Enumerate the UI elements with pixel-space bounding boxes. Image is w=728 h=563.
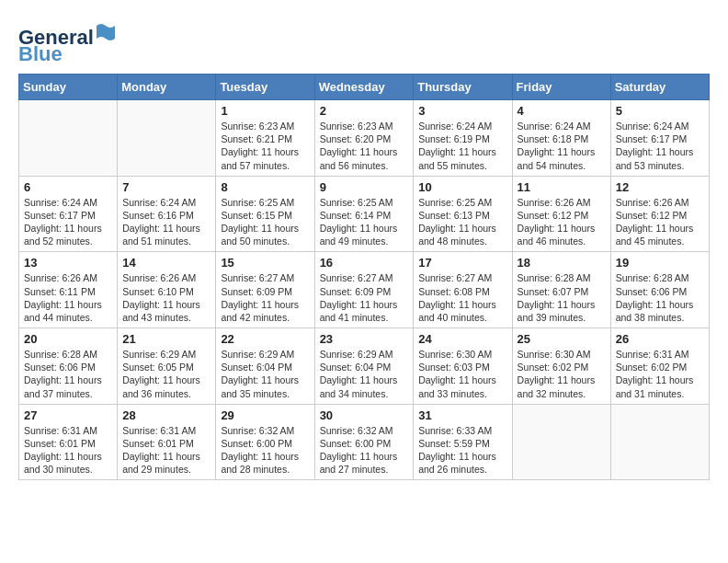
calendar-week-row: 1Sunrise: 6:23 AM Sunset: 6:21 PM Daylig… <box>19 100 710 177</box>
day-number: 10 <box>418 180 506 194</box>
calendar-cell: 9Sunrise: 6:25 AM Sunset: 6:14 PM Daylig… <box>314 176 414 252</box>
day-info: Sunrise: 6:23 AM Sunset: 6:21 PM Dayligh… <box>221 120 309 172</box>
calendar-cell: 23Sunrise: 6:29 AM Sunset: 6:04 PM Dayli… <box>314 328 414 405</box>
day-number: 11 <box>518 180 606 194</box>
day-info: Sunrise: 6:29 AM Sunset: 6:05 PM Dayligh… <box>122 348 210 400</box>
calendar-week-row: 6Sunrise: 6:24 AM Sunset: 6:17 PM Daylig… <box>19 176 710 252</box>
day-number: 28 <box>122 408 210 422</box>
day-number: 3 <box>418 104 506 118</box>
day-info: Sunrise: 6:25 AM Sunset: 6:14 PM Dayligh… <box>320 196 409 248</box>
day-info: Sunrise: 6:24 AM Sunset: 6:16 PM Dayligh… <box>122 196 210 248</box>
day-of-week-header: Saturday <box>610 75 709 100</box>
day-number: 30 <box>320 408 409 422</box>
calendar-cell: 2Sunrise: 6:23 AM Sunset: 6:20 PM Daylig… <box>314 100 414 177</box>
calendar-cell: 25Sunrise: 6:30 AM Sunset: 6:02 PM Dayli… <box>512 328 610 405</box>
calendar-cell: 20Sunrise: 6:28 AM Sunset: 6:06 PM Dayli… <box>19 328 118 405</box>
day-info: Sunrise: 6:33 AM Sunset: 5:59 PM Dayligh… <box>418 424 506 477</box>
calendar-cell <box>19 100 118 177</box>
day-info: Sunrise: 6:23 AM Sunset: 6:20 PM Dayligh… <box>320 120 409 172</box>
day-number: 13 <box>24 256 112 270</box>
calendar-cell <box>610 404 709 480</box>
calendar-cell: 3Sunrise: 6:24 AM Sunset: 6:19 PM Daylig… <box>414 100 512 177</box>
day-number: 18 <box>518 256 606 270</box>
day-info: Sunrise: 6:29 AM Sunset: 6:04 PM Dayligh… <box>320 348 409 400</box>
day-number: 1 <box>221 104 309 118</box>
page-header: General Blue <box>18 18 710 64</box>
calendar-cell: 22Sunrise: 6:29 AM Sunset: 6:04 PM Dayli… <box>216 328 314 405</box>
calendar-cell: 30Sunrise: 6:32 AM Sunset: 6:00 PM Dayli… <box>314 404 414 480</box>
day-info: Sunrise: 6:31 AM Sunset: 6:01 PM Dayligh… <box>122 424 210 477</box>
calendar-cell: 13Sunrise: 6:26 AM Sunset: 6:11 PM Dayli… <box>19 252 118 328</box>
calendar-cell: 5Sunrise: 6:24 AM Sunset: 6:17 PM Daylig… <box>610 100 709 177</box>
calendar-cell: 15Sunrise: 6:27 AM Sunset: 6:09 PM Dayli… <box>216 252 314 328</box>
calendar-week-row: 27Sunrise: 6:31 AM Sunset: 6:01 PM Dayli… <box>19 404 710 480</box>
logo-svg: General Blue <box>18 18 119 64</box>
day-info: Sunrise: 6:25 AM Sunset: 6:13 PM Dayligh… <box>418 196 506 248</box>
day-number: 2 <box>320 104 409 118</box>
calendar-cell <box>118 100 216 177</box>
day-info: Sunrise: 6:28 AM Sunset: 6:06 PM Dayligh… <box>616 271 704 324</box>
day-info: Sunrise: 6:30 AM Sunset: 6:02 PM Dayligh… <box>518 348 606 400</box>
day-info: Sunrise: 6:27 AM Sunset: 6:09 PM Dayligh… <box>320 271 409 324</box>
day-info: Sunrise: 6:25 AM Sunset: 6:15 PM Dayligh… <box>221 196 309 248</box>
calendar-cell: 1Sunrise: 6:23 AM Sunset: 6:21 PM Daylig… <box>216 100 314 177</box>
calendar-header-row: SundayMondayTuesdayWednesdayThursdayFrid… <box>19 75 710 100</box>
day-number: 25 <box>518 332 606 346</box>
day-info: Sunrise: 6:30 AM Sunset: 6:03 PM Dayligh… <box>418 348 506 400</box>
day-info: Sunrise: 6:27 AM Sunset: 6:09 PM Dayligh… <box>221 271 309 324</box>
day-info: Sunrise: 6:24 AM Sunset: 6:19 PM Dayligh… <box>418 120 506 172</box>
day-number: 21 <box>122 332 210 346</box>
day-info: Sunrise: 6:31 AM Sunset: 6:01 PM Dayligh… <box>24 424 112 477</box>
day-info: Sunrise: 6:31 AM Sunset: 6:02 PM Dayligh… <box>616 348 704 400</box>
calendar-cell: 4Sunrise: 6:24 AM Sunset: 6:18 PM Daylig… <box>512 100 610 177</box>
day-info: Sunrise: 6:24 AM Sunset: 6:18 PM Dayligh… <box>518 120 606 172</box>
day-info: Sunrise: 6:24 AM Sunset: 6:17 PM Dayligh… <box>24 196 112 248</box>
calendar-cell: 11Sunrise: 6:26 AM Sunset: 6:12 PM Dayli… <box>512 176 610 252</box>
calendar-cell: 26Sunrise: 6:31 AM Sunset: 6:02 PM Dayli… <box>610 328 709 405</box>
calendar-cell: 19Sunrise: 6:28 AM Sunset: 6:06 PM Dayli… <box>610 252 709 328</box>
day-number: 27 <box>24 408 112 422</box>
calendar-cell: 8Sunrise: 6:25 AM Sunset: 6:15 PM Daylig… <box>216 176 314 252</box>
day-number: 16 <box>320 256 409 270</box>
day-number: 23 <box>320 332 409 346</box>
calendar-cell: 29Sunrise: 6:32 AM Sunset: 6:00 PM Dayli… <box>216 404 314 480</box>
day-of-week-header: Friday <box>512 75 610 100</box>
calendar-cell: 6Sunrise: 6:24 AM Sunset: 6:17 PM Daylig… <box>19 176 118 252</box>
day-info: Sunrise: 6:24 AM Sunset: 6:17 PM Dayligh… <box>616 120 704 172</box>
day-info: Sunrise: 6:27 AM Sunset: 6:08 PM Dayligh… <box>418 271 506 324</box>
day-number: 19 <box>616 256 704 270</box>
calendar-cell: 31Sunrise: 6:33 AM Sunset: 5:59 PM Dayli… <box>414 404 512 480</box>
calendar-cell: 21Sunrise: 6:29 AM Sunset: 6:05 PM Dayli… <box>118 328 216 405</box>
day-of-week-header: Thursday <box>414 75 512 100</box>
calendar-cell: 7Sunrise: 6:24 AM Sunset: 6:16 PM Daylig… <box>118 176 216 252</box>
day-number: 24 <box>418 332 506 346</box>
day-info: Sunrise: 6:26 AM Sunset: 6:12 PM Dayligh… <box>616 196 704 248</box>
calendar-cell <box>512 404 610 480</box>
calendar-cell: 16Sunrise: 6:27 AM Sunset: 6:09 PM Dayli… <box>314 252 414 328</box>
day-number: 15 <box>221 256 309 270</box>
day-number: 7 <box>122 180 210 194</box>
calendar-cell: 14Sunrise: 6:26 AM Sunset: 6:10 PM Dayli… <box>118 252 216 328</box>
day-number: 4 <box>518 104 606 118</box>
day-info: Sunrise: 6:32 AM Sunset: 6:00 PM Dayligh… <box>320 424 409 477</box>
day-info: Sunrise: 6:28 AM Sunset: 6:06 PM Dayligh… <box>24 348 112 400</box>
calendar-table: SundayMondayTuesdayWednesdayThursdayFrid… <box>18 74 710 480</box>
calendar-cell: 28Sunrise: 6:31 AM Sunset: 6:01 PM Dayli… <box>118 404 216 480</box>
calendar-week-row: 20Sunrise: 6:28 AM Sunset: 6:06 PM Dayli… <box>19 328 710 405</box>
day-info: Sunrise: 6:26 AM Sunset: 6:10 PM Dayligh… <box>122 271 210 324</box>
calendar-week-row: 13Sunrise: 6:26 AM Sunset: 6:11 PM Dayli… <box>19 252 710 328</box>
day-info: Sunrise: 6:32 AM Sunset: 6:00 PM Dayligh… <box>221 424 309 477</box>
calendar-cell: 18Sunrise: 6:28 AM Sunset: 6:07 PM Dayli… <box>512 252 610 328</box>
day-of-week-header: Monday <box>118 75 216 100</box>
day-info: Sunrise: 6:26 AM Sunset: 6:12 PM Dayligh… <box>518 196 606 248</box>
day-number: 20 <box>24 332 112 346</box>
svg-text:Blue: Blue <box>18 42 63 64</box>
day-number: 14 <box>122 256 210 270</box>
day-number: 6 <box>24 180 112 194</box>
calendar-cell: 27Sunrise: 6:31 AM Sunset: 6:01 PM Dayli… <box>19 404 118 480</box>
day-number: 9 <box>320 180 409 194</box>
logo: General Blue <box>18 18 119 64</box>
day-number: 26 <box>616 332 704 346</box>
day-number: 29 <box>221 408 309 422</box>
day-of-week-header: Sunday <box>19 75 118 100</box>
